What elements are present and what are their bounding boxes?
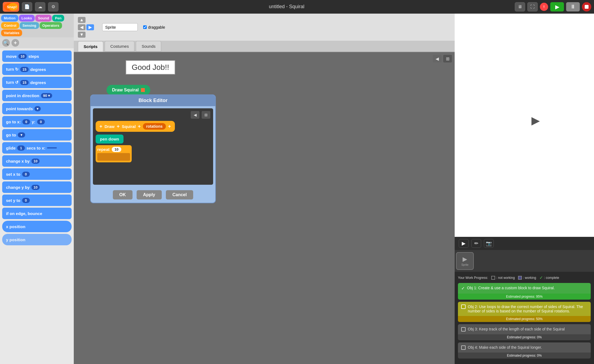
- modal-toolbar: ◀ ⊞: [96, 111, 210, 119]
- nav-right-button[interactable]: ▶: [86, 24, 94, 30]
- block-turn-ccw[interactable]: turn ↺ 15 degrees: [2, 77, 72, 88]
- define-block[interactable]: + Draw + Squiral + rotations +: [96, 121, 175, 132]
- block-turn-cw[interactable]: turn ↻ 15 degrees: [2, 64, 72, 75]
- category-operators[interactable]: Operators: [40, 22, 62, 29]
- sprite-thumb-label: Sprite: [461, 263, 468, 266]
- app-logo: Snap!: [3, 2, 19, 12]
- preview-area: ▶: [455, 14, 594, 237]
- alert-button[interactable]: !: [540, 3, 548, 11]
- category-control[interactable]: Control: [1, 22, 19, 29]
- tab-costumes[interactable]: Costumes: [105, 41, 135, 52]
- tab-sounds[interactable]: Sounds: [136, 41, 161, 52]
- nav-down-button[interactable]: ▼: [78, 32, 86, 38]
- obj3-progress: Estimated progress: 0%: [458, 334, 591, 340]
- tab-scripts[interactable]: Scripts: [78, 41, 103, 52]
- modal-back-btn[interactable]: ◀: [191, 111, 199, 119]
- block-point-towards[interactable]: point towards ▾: [2, 103, 72, 114]
- block-go-to-xy[interactable]: go to x: 0 y: 0: [2, 116, 72, 127]
- block-set-y[interactable]: set y to 0: [2, 195, 72, 206]
- svg-text:Snap!: Snap!: [7, 5, 17, 9]
- obj4-header: Obj 4: Make each side of the Squiral lon…: [458, 342, 591, 353]
- block-point-direction[interactable]: point in direction 90 ▾: [2, 90, 72, 101]
- stage-sprite: ▶: [531, 114, 540, 127]
- add-block-button[interactable]: +: [11, 39, 19, 47]
- middle-panel: ▲ ◀ ▶ ▼ Sprite draggable Scripts Costume…: [74, 14, 455, 364]
- draggable-label: draggable: [148, 25, 165, 29]
- cancel-button[interactable]: Cancel: [166, 190, 193, 199]
- preview-edit-button[interactable]: ✏: [471, 239, 481, 248]
- pen-down-block[interactable]: pen down: [96, 135, 123, 144]
- blocks-list: move 10 steps turn ↻ 15 degrees turn ↺ 1…: [0, 48, 74, 364]
- category-motion[interactable]: Motion: [1, 15, 18, 22]
- objective-3: Obj 3: Keep track of the length of each …: [458, 324, 591, 340]
- block-x-position[interactable]: x position: [2, 221, 72, 232]
- block-editor-modal: Block Editor ◀ ⊞ + Draw + Squiral: [90, 94, 216, 203]
- scripts-area: ◀ ⊞ Good Job!! Draw Squiral Block Editor: [74, 52, 455, 364]
- app-title: untitled - Squiral: [61, 4, 512, 10]
- preview-camera-button[interactable]: 📷: [484, 239, 494, 248]
- category-sensing[interactable]: Sensing: [20, 22, 39, 29]
- rotations-param: rotations: [143, 123, 166, 130]
- objective-4: Obj 4: Make each side of the Squiral lon…: [458, 342, 591, 359]
- objective-1: ✓ Obj 1: Create & use a custom block to …: [458, 283, 591, 300]
- grid-button[interactable]: ⊞: [443, 55, 452, 62]
- category-looks[interactable]: Looks: [19, 15, 35, 22]
- sprite-name-input[interactable]: Sprite: [102, 23, 138, 31]
- block-set-x[interactable]: set x to 0: [2, 168, 72, 180]
- obj2-progress: Estimated progress: 50%: [458, 316, 591, 322]
- modal-header: Block Editor: [91, 95, 215, 106]
- modal-body: ◀ ⊞ + Draw + Squiral + rotations +: [93, 108, 213, 185]
- tab-bar: Scripts Costumes Sounds: [74, 41, 455, 52]
- nav-up-button[interactable]: ▲: [78, 17, 86, 23]
- obj4-progress: Estimated progress: 0%: [458, 353, 591, 359]
- pause-button[interactable]: ⏸: [566, 2, 580, 11]
- block-glide[interactable]: glide 1 secs to x:: [2, 142, 72, 154]
- obj1-progress: Estimated progress: 95%: [458, 294, 591, 300]
- block-change-y[interactable]: change y by 10: [2, 181, 72, 193]
- block-go-to[interactable]: go to ▾: [2, 129, 72, 141]
- main-content: Motion Looks Sound Pen Control Sensing O…: [0, 14, 594, 364]
- category-variables[interactable]: Variables: [1, 29, 22, 36]
- green-flag-button[interactable]: ▶: [550, 2, 564, 11]
- progress-panel: Your Work Progress: : not working : work…: [455, 272, 594, 364]
- repeat-body: [97, 153, 130, 161]
- category-pen[interactable]: Pen: [52, 15, 64, 22]
- block-move[interactable]: move 10 steps: [2, 50, 72, 62]
- stop-button[interactable]: [582, 2, 591, 11]
- fullscreen-button[interactable]: ⛶: [527, 2, 538, 11]
- sprite-thumb[interactable]: ▶ Sprite: [456, 252, 474, 270]
- progress-legend: Your Work Progress: : not working : work…: [458, 275, 591, 280]
- good-job-label: Good Job!!: [126, 60, 175, 74]
- sprite-thumbnails: ▶ Sprite: [455, 250, 594, 272]
- modal-grid-btn[interactable]: ⊞: [202, 111, 210, 119]
- preview-controls: ▶ ✏ 📷: [455, 237, 594, 250]
- search-button[interactable]: 🔍: [2, 39, 10, 47]
- obj3-header: Obj 3: Keep track of the length of each …: [458, 324, 591, 334]
- back-arrow-button[interactable]: ◀: [433, 55, 442, 62]
- ok-button[interactable]: OK: [113, 190, 133, 199]
- preview-controls-top: 🖥 ⛶ ! ▶ ⏸: [515, 2, 591, 11]
- block-bounce[interactable]: if on edge, bounce: [2, 208, 72, 219]
- category-sound[interactable]: Sound: [35, 15, 52, 22]
- settings-button[interactable]: ⚙: [48, 2, 58, 11]
- repeat-block[interactable]: repeat 10: [96, 145, 132, 162]
- sprite-bar: ▲ ◀ ▶ ▼ Sprite draggable: [74, 14, 455, 41]
- repeat-num: 10: [112, 147, 121, 152]
- top-bar: Snap! 📄 ☁ ⚙ untitled - Squiral 🖥 ⛶ ! ▶ ⏸: [0, 0, 594, 14]
- modal-footer: OK Apply Cancel: [91, 187, 215, 203]
- objective-2: Obj 2: Use loops to draw the correct num…: [458, 302, 591, 322]
- draggable-checkbox-container: draggable: [143, 25, 165, 29]
- new-button[interactable]: 📄: [22, 2, 32, 11]
- monitor-button[interactable]: 🖥: [515, 2, 525, 11]
- nav-left-button[interactable]: ◀: [78, 24, 86, 30]
- draggable-checkbox[interactable]: [143, 25, 147, 29]
- preview-play-button[interactable]: ▶: [459, 239, 469, 248]
- cloud-button[interactable]: ☁: [35, 2, 45, 11]
- block-palette: Motion Looks Sound Pen Control Sensing O…: [0, 14, 74, 364]
- block-y-position[interactable]: y position: [2, 234, 72, 245]
- block-change-x[interactable]: change x by 10: [2, 155, 72, 167]
- apply-button[interactable]: Apply: [137, 190, 162, 199]
- draw-squiral-block[interactable]: Draw Squiral: [107, 85, 150, 95]
- obj2-header: Obj 2: Use loops to draw the correct num…: [458, 302, 591, 316]
- right-panel: ▶ ▶ ✏ 📷 ▶ Sprite Your Work Progress: : n…: [455, 14, 594, 364]
